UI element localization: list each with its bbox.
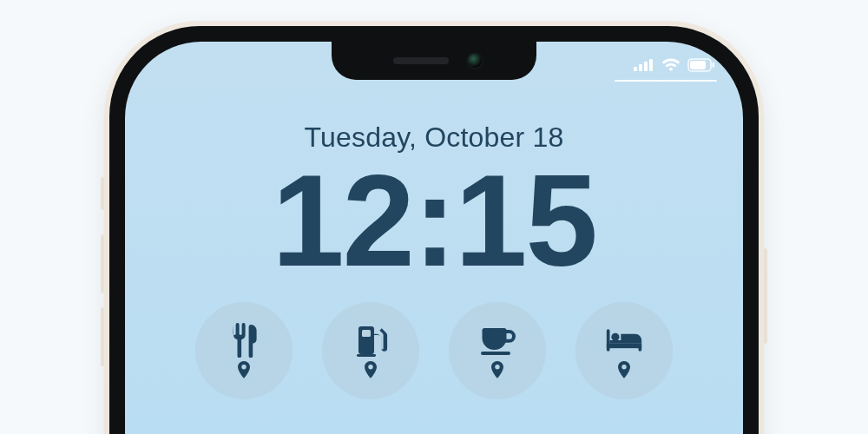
battery-icon — [687, 58, 715, 72]
power-button[interactable] — [764, 248, 767, 344]
widgets-row — [125, 302, 743, 399]
svg-rect-19 — [357, 354, 376, 357]
stage: Tuesday, October 18 12:15 — [0, 0, 868, 434]
mute-switch[interactable] — [101, 177, 104, 210]
svg-rect-18 — [362, 330, 371, 337]
svg-point-22 — [611, 333, 619, 341]
svg-rect-15 — [690, 61, 706, 69]
phone-shell: Tuesday, October 18 12:15 — [109, 26, 759, 434]
status-bar — [634, 56, 715, 75]
speaker-grille — [393, 57, 449, 64]
widget-fuel[interactable] — [322, 302, 419, 399]
svg-rect-24 — [639, 344, 642, 352]
map-pin-icon — [238, 361, 250, 378]
phone-frame: Tuesday, October 18 12:15 — [104, 21, 764, 434]
cup-saucer-icon — [477, 323, 518, 358]
cellular-icon — [634, 59, 654, 71]
volume-up-button[interactable] — [101, 234, 104, 293]
volume-down-button[interactable] — [101, 307, 104, 366]
wifi-icon — [661, 58, 681, 72]
fuel-pump-icon — [350, 323, 391, 358]
svg-rect-11 — [639, 64, 642, 71]
notch — [332, 42, 536, 80]
svg-rect-23 — [607, 344, 641, 349]
map-pin-icon — [618, 361, 630, 378]
svg-rect-20 — [481, 352, 510, 355]
front-camera — [468, 54, 482, 68]
widget-hotels[interactable] — [575, 302, 673, 399]
svg-rect-12 — [644, 62, 648, 71]
lock-screen-time: 12:15 — [125, 155, 743, 286]
map-pin-icon — [491, 361, 503, 378]
lock-screen-date: Tuesday, October 18 — [125, 122, 743, 154]
fork-knife-icon — [223, 323, 265, 358]
widget-coffee[interactable] — [449, 302, 546, 399]
lock-screen[interactable]: Tuesday, October 18 12:15 — [125, 42, 743, 434]
svg-rect-10 — [634, 67, 637, 71]
widget-restaurants[interactable] — [195, 302, 293, 399]
status-underline — [615, 80, 717, 82]
bed-icon — [603, 323, 645, 358]
svg-rect-13 — [649, 59, 653, 71]
svg-rect-16 — [713, 62, 715, 68]
map-pin-icon — [365, 361, 377, 378]
